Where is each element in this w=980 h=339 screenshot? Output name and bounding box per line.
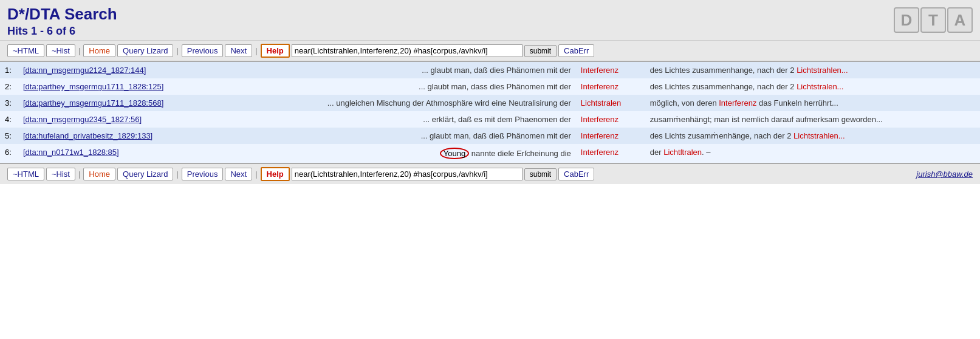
table-row: 3: [dta:parthey_msgermgu1711_1828:568] .… xyxy=(0,95,980,111)
context-after: zusamṁenhängt; man ist nemlich darauf au… xyxy=(645,111,980,128)
context-after: des Lichtes zusammenhange, nach der 2 Li… xyxy=(645,78,980,95)
keyword: Interferenz xyxy=(576,111,645,128)
caberr-button-bottom[interactable]: CabErr xyxy=(558,168,594,180)
header-area: D*/DTA Search Hits 1 - 6 of 6 D T A xyxy=(0,0,980,41)
hist-button-bottom[interactable]: ~Hist xyxy=(46,168,75,180)
sep3-top: | xyxy=(255,46,257,55)
html-button-top[interactable]: ~HTML xyxy=(7,44,44,57)
row-num: 5: xyxy=(0,128,18,144)
search-input-top[interactable] xyxy=(292,44,523,57)
bottom-toolbar: ~HTML ~Hist | Home Query Lizard | Previo… xyxy=(0,163,980,184)
page-wrapper: D*/DTA Search Hits 1 - 6 of 6 D T A ~HTM… xyxy=(0,0,980,339)
next-button-top[interactable]: Next xyxy=(225,44,252,57)
young-highlight: Young xyxy=(440,148,469,159)
context-before: Young nannte dieſe Erſcheinung die xyxy=(226,144,576,163)
logo-a: A xyxy=(947,7,973,33)
dta-logo: D T A xyxy=(894,7,973,33)
sep2-top: | xyxy=(176,46,178,55)
context-after: des Lichtes zusammenhange, nach der 2 Li… xyxy=(645,62,980,78)
row-num: 2: xyxy=(0,78,18,95)
previous-button-bottom[interactable]: Previous xyxy=(182,168,224,180)
context-before: ... erklärt, daß es mit dem Phaenomen de… xyxy=(226,111,576,128)
row-num: 6: xyxy=(0,144,18,163)
home-button-bottom[interactable]: Home xyxy=(83,168,115,180)
table-row: 1: [dta:nn_msgermgu2124_1827:144] ... gl… xyxy=(0,62,980,78)
doc-link[interactable]: [dta:parthey_msgermgu1711_1828:125] xyxy=(18,78,226,95)
email-link[interactable]: jurish@bbaw.de xyxy=(916,170,973,179)
context-before: ... glaubt man, daß dies Phänomen mit de… xyxy=(226,62,576,78)
keyword: Interferenz xyxy=(576,128,645,144)
search-input-bottom[interactable] xyxy=(292,168,523,180)
context-after: möglich, von deren Interferenz das Funke… xyxy=(645,95,980,111)
header-left: D*/DTA Search Hits 1 - 6 of 6 xyxy=(7,5,117,38)
doc-link[interactable]: [dta:nn_msgermgu2124_1827:144] xyxy=(18,62,226,78)
keyword: Interferenz xyxy=(576,144,645,163)
help-button-top[interactable]: Help xyxy=(261,44,290,58)
table-row: 5: [dta:hufeland_privatbesitz_1829:133] … xyxy=(0,128,980,144)
keyword: Interferenz xyxy=(576,62,645,78)
querylizard-button-bottom[interactable]: Query Lizard xyxy=(117,168,173,180)
table-row: 6: [dta:nn_n0171w1_1828:85] Young nannte… xyxy=(0,144,980,163)
table-row: 2: [dta:parthey_msgermgu1711_1828:125] .… xyxy=(0,78,980,95)
submit-button-bottom[interactable]: submit xyxy=(524,168,557,180)
keyword: Lichtstralen xyxy=(576,95,645,111)
sep1-top: | xyxy=(78,46,80,55)
highlight-red: Lichtstralen... xyxy=(797,82,843,91)
sep2-bottom: | xyxy=(176,170,178,179)
page-title: D*/DTA Search xyxy=(7,5,117,24)
previous-button-top[interactable]: Previous xyxy=(182,44,224,57)
hits-subtitle: Hits 1 - 6 of 6 xyxy=(7,25,117,38)
highlight-red: Interferenz xyxy=(719,98,756,108)
highlight-red: Lichtſtralen xyxy=(663,148,702,157)
home-button-top[interactable]: Home xyxy=(83,44,115,57)
sep1-bottom: | xyxy=(78,170,80,179)
highlight-red: Lichtstrahlen... xyxy=(793,131,845,140)
context-after: des Lichts zusamṁenhänge, nach der 2 Lic… xyxy=(645,128,980,144)
row-num: 3: xyxy=(0,95,18,111)
row-num: 1: xyxy=(0,62,18,78)
doc-link[interactable]: [dta:parthey_msgermgu1711_1828:568] xyxy=(18,95,226,111)
submit-button-top[interactable]: submit xyxy=(524,45,557,57)
next-button-bottom[interactable]: Next xyxy=(225,168,252,180)
results-table: 1: [dta:nn_msgermgu2124_1827:144] ... gl… xyxy=(0,62,980,163)
context-before: ... glaubt man, dass dies Phänomen mit d… xyxy=(226,78,576,95)
logo-d: D xyxy=(894,7,919,33)
doc-link[interactable]: [dta:nn_msgermgu2345_1827:56] xyxy=(18,111,226,128)
top-toolbar: ~HTML ~Hist | Home Query Lizard | Previo… xyxy=(0,41,980,62)
querylizard-button-top[interactable]: Query Lizard xyxy=(117,44,173,57)
html-button-bottom[interactable]: ~HTML xyxy=(7,168,44,180)
logo-t: T xyxy=(920,7,946,33)
context-before: ... ungleichen Mischung der Athmosphäre … xyxy=(226,95,576,111)
doc-link[interactable]: [dta:hufeland_privatbesitz_1829:133] xyxy=(18,128,226,144)
row-num: 4: xyxy=(0,111,18,128)
doc-link[interactable]: [dta:nn_n0171w1_1828:85] xyxy=(18,144,226,163)
caberr-button-top[interactable]: CabErr xyxy=(558,44,594,57)
sep3-bottom: | xyxy=(255,170,257,179)
hist-button-top[interactable]: ~Hist xyxy=(46,44,75,57)
context-before: ... glaubt man, daß dieß Phänomen mit de… xyxy=(226,128,576,144)
highlight-red: Lichtstrahlen... xyxy=(797,66,848,75)
help-button-bottom[interactable]: Help xyxy=(261,167,290,181)
context-after: der Lichtſtralen. – xyxy=(645,144,980,163)
table-row: 4: [dta:nn_msgermgu2345_1827:56] ... erk… xyxy=(0,111,980,128)
keyword: Interferenz xyxy=(576,78,645,95)
